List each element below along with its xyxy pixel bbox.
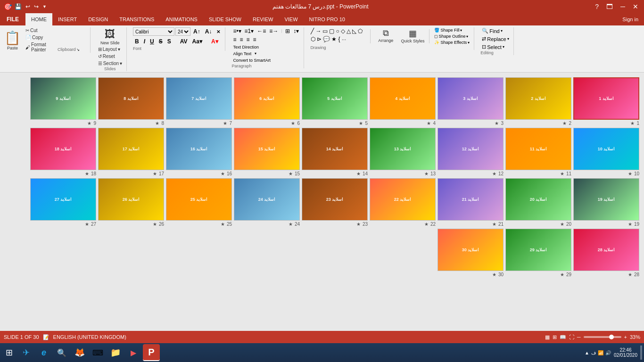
convert-smartart-button[interactable]: Convert to SmartArt <box>231 58 272 63</box>
close-btn[interactable]: ✕ <box>631 3 640 10</box>
slide-star-16[interactable]: ★ <box>221 171 225 176</box>
arrange-button[interactable]: ⧉ Arrange <box>374 27 397 44</box>
slide-item-19[interactable]: اسلاید 19★19 <box>573 178 639 227</box>
font-name-select[interactable]: Calibri <box>133 27 174 36</box>
align-left-button[interactable]: ≡ <box>231 36 238 43</box>
notes-icon[interactable]: 📝 <box>43 334 50 340</box>
font-color-button[interactable]: A▾ <box>209 38 220 45</box>
replace-dropdown[interactable]: ▾ <box>507 37 509 41</box>
find-button[interactable]: 🔍 Find ▾ <box>480 27 510 34</box>
tab-view[interactable]: VIEW <box>279 13 303 25</box>
replace-button[interactable]: ⇄ Replace ▾ <box>480 35 510 42</box>
view-slide-sorter-button[interactable]: ⊞ <box>553 334 557 340</box>
slide-star-3[interactable]: ★ <box>495 121 499 126</box>
tab-animations[interactable]: ANIMATIONS <box>160 13 203 25</box>
slide-item-23[interactable]: اسلاید 23★23 <box>302 178 368 227</box>
slide-item-9[interactable]: اسلاید 9★9 <box>30 77 96 126</box>
align-center-button[interactable]: ≡ <box>238 36 244 43</box>
slide-item-1[interactable]: اسلاید 1★1 <box>573 77 639 126</box>
increase-indent-button[interactable]: ≡→ <box>268 27 280 35</box>
slide-item-17[interactable]: اسلاید 17★17 <box>98 128 164 176</box>
taskbar-app-firefox[interactable]: 🦊 <box>71 344 88 361</box>
shape-pentagon[interactable]: ⬠ <box>357 27 363 35</box>
shape-arrow[interactable]: → <box>315 27 322 35</box>
slide-star-26[interactable]: ★ <box>153 222 157 227</box>
sign-in-btn[interactable]: Sign in <box>617 16 644 22</box>
numbering-button[interactable]: ≡1▾ <box>243 27 256 35</box>
slide-item-4[interactable]: اسلاید 4★4 <box>370 77 436 126</box>
slide-star-2[interactable]: ★ <box>562 121 567 126</box>
slide-star-27[interactable]: ★ <box>85 222 89 227</box>
zoom-thumb[interactable] <box>609 335 614 339</box>
slide-item-24[interactable]: اسلاید 24★24 <box>234 178 300 227</box>
slide-star-9[interactable]: ★ <box>87 121 91 126</box>
slide-star-10[interactable]: ★ <box>628 171 632 176</box>
slide-item-13[interactable]: اسلاید 13★13 <box>370 128 436 176</box>
shape-oval[interactable]: ○ <box>335 27 339 35</box>
line-spacing-button[interactable]: ↕▾ <box>292 27 300 35</box>
slide-item-30[interactable]: اسلاید 30★30 <box>438 229 504 277</box>
slide-item-22[interactable]: اسلاید 22★22 <box>370 178 436 227</box>
shape-triangle[interactable]: △ <box>346 27 351 35</box>
slide-star-11[interactable]: ★ <box>560 171 564 176</box>
tab-home[interactable]: HOME <box>25 13 52 25</box>
slide-star-15[interactable]: ★ <box>289 171 293 176</box>
shape-chevron[interactable]: ⊳ <box>316 35 322 43</box>
change-case-button[interactable]: Aa▾ <box>190 38 204 45</box>
slide-star-23[interactable]: ★ <box>356 222 361 227</box>
new-slide-button[interactable]: 🖼 New Slide <box>99 27 121 46</box>
columns-button[interactable]: ⊞ <box>284 27 291 35</box>
increase-font-size-button[interactable]: A↑ <box>191 28 202 35</box>
cut-button[interactable]: ✂ Cut <box>24 27 48 33</box>
slide-item-7[interactable]: اسلاید 7★7 <box>166 77 232 126</box>
slide-item-12[interactable]: اسلاید 12★12 <box>438 128 504 176</box>
qat-customize[interactable]: ▼ <box>41 4 48 9</box>
italic-button[interactable]: I <box>142 38 147 45</box>
tray-volume[interactable]: 🔊 <box>605 350 611 355</box>
tab-design[interactable]: DESIGN <box>83 13 114 25</box>
taskbar-app-media[interactable]: ▶ <box>125 344 142 361</box>
slide-item-25[interactable]: اسلاید 25★25 <box>166 178 232 227</box>
align-text-dropdown[interactable]: ▾ <box>253 51 258 57</box>
decrease-indent-button[interactable]: ←≡ <box>256 27 267 35</box>
strikethrough-button[interactable]: S <box>157 38 165 45</box>
reset-button[interactable]: ↺ Reset <box>97 53 124 59</box>
char-spacing-button[interactable]: AV <box>178 38 190 45</box>
tab-slideshow[interactable]: SLIDE SHOW <box>203 13 247 25</box>
slide-star-14[interactable]: ★ <box>356 171 361 176</box>
select-button[interactable]: ⊡ Select ▾ <box>480 43 510 50</box>
align-text-button[interactable]: Align Text <box>231 51 253 57</box>
slide-star-24[interactable]: ★ <box>289 222 293 227</box>
slide-star-21[interactable]: ★ <box>492 222 496 227</box>
section-button[interactable]: ☰ Section ▾ <box>97 60 124 66</box>
shape-star[interactable]: ★ <box>331 35 337 43</box>
slide-item-2[interactable]: اسلاید 2★2 <box>505 77 571 126</box>
view-normal-button[interactable]: ▦ <box>545 334 550 340</box>
taskbar-app-search[interactable]: 🔍 <box>53 344 70 361</box>
format-painter-button[interactable]: 🖌 Format Painter <box>24 41 48 53</box>
shape-effects-button[interactable]: ✨ Shape Effects ▾ <box>433 40 471 45</box>
view-reading-button[interactable]: 📖 <box>560 334 566 340</box>
tray-up-arrow[interactable]: ▲ <box>585 350 589 355</box>
bold-button[interactable]: B <box>133 38 141 45</box>
view-slideshow-button[interactable]: ⛶ <box>569 334 574 340</box>
slide-item-10[interactable]: اسلاید 10★10 <box>573 128 639 176</box>
slide-item-20[interactable]: اسلاید 20★20 <box>505 178 571 227</box>
shape-rounded-rect[interactable]: ▢ <box>329 27 335 35</box>
slide-item-5[interactable]: اسلاید 5★5 <box>302 77 368 126</box>
slide-star-8[interactable]: ★ <box>155 121 159 126</box>
slide-star-13[interactable]: ★ <box>424 171 429 176</box>
tab-nitro[interactable]: NITRO PRO 10 <box>304 13 351 25</box>
font-size-select[interactable]: 24 <box>175 27 190 36</box>
taskbar-time[interactable]: 22:46 02/01/2020 <box>614 347 637 358</box>
shape-hexagon[interactable]: ⬡ <box>310 35 316 43</box>
slide-star-18[interactable]: ★ <box>85 171 89 176</box>
clipboard-expand-icon[interactable]: ↘ <box>76 48 80 52</box>
taskbar-app-powerpoint[interactable]: P <box>143 344 160 361</box>
zoom-level[interactable]: 33% <box>630 334 640 340</box>
minimize-btn[interactable]: ─ <box>619 3 627 10</box>
bullets-button[interactable]: ≡•▾ <box>231 27 242 35</box>
slide-item-18[interactable]: اسلاید 18★18 <box>30 128 96 176</box>
shape-diamond[interactable]: ◇ <box>340 27 346 35</box>
shape-rect[interactable]: ▭ <box>322 27 328 35</box>
